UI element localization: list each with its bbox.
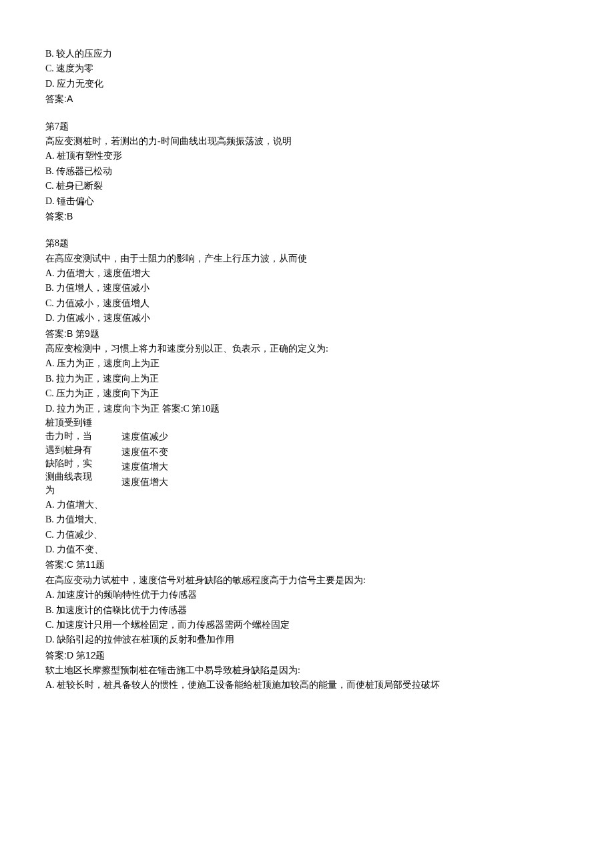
question-stem: 高应变检测中，习惯上将力和速度分别以正、负表示，正确的定义为: [45, 342, 569, 356]
stem-columns: 桩顶受到锤 击力时，当 遇到桩身有 缺陷时，实 测曲线表现 为 速度值减少 速度… [45, 416, 569, 498]
question-stem: 软土地区长摩擦型预制桩在锤击施工中易导致桩身缺陷是因为: [45, 663, 569, 678]
question-9: 高应变检测中，习惯上将力和速度分别以正、负表示，正确的定义为: A. 压力为正，… [45, 342, 569, 416]
option-c: C. 力值减少、 [45, 528, 569, 542]
answer: 答案:A [45, 91, 569, 107]
stem-column-1: 桩顶受到锤 击力时，当 遇到桩身有 缺陷时，实 测曲线表现 为 [45, 416, 121, 498]
option-a: A. 加速度计的频响特性优于力传感器 [45, 588, 569, 602]
option-b: B. 力值增大、 [45, 512, 569, 527]
answer: 答案:B [45, 209, 569, 224]
option-a: A. 力值增大，速度值增大 [45, 266, 569, 281]
question-8: 第8题 在高应变测试中，由于士阻力的影响，产生上行压力波，从而使 A. 力值增大… [45, 236, 569, 342]
option-c: C. 加速度计只用一个螺栓固定，而力传感器需两个螺栓固定 [45, 618, 569, 632]
option-b: B. 力值增人，速度值减小 [45, 281, 569, 296]
question-stem: 在高应变测试中，由于士阻力的影响，产生上行压力波，从而使 [45, 252, 569, 266]
question-10: 桩顶受到锤 击力时，当 遇到桩身有 缺陷时，实 测曲线表现 为 速度值减少 速度… [45, 416, 569, 573]
option-c: C. 速度为零 [45, 61, 569, 76]
option-c: C. 力值减小，速度值增人 [45, 296, 569, 311]
option-d: D. 锤击偏心 [45, 194, 569, 209]
option-a: A. 桩较长时，桩具备较人的惯性，使施工设备能给桩顶施加较高的能量，而使桩顶局部… [45, 678, 569, 693]
option-c: C. 桩身已断裂 [45, 179, 569, 193]
question-11: 在高应变动力试桩中，速度信号对桩身缺陷的敏感程度高于力信号主要是因为: A. 加… [45, 573, 569, 663]
option-b: B. 加速度计的信噪比优于力传感器 [45, 603, 569, 618]
option-d: D. 力值减小，速度值减小 [45, 311, 569, 326]
question-stem: 在高应变动力试桩中，速度信号对桩身缺陷的敏感程度高于力信号主要是因为: [45, 573, 569, 588]
question-7: 第7题 高应变测桩时，若测出的力-时间曲线出现高频振荡波，说明 A. 桩顶有塑性… [45, 119, 569, 225]
option-a: A. 力值增大、 [45, 498, 569, 512]
question-6-partial: B. 较人的压应力 C. 速度为零 D. 应力无变化 答案:A [45, 47, 569, 107]
option-b: B. 较人的压应力 [45, 47, 569, 61]
option-a: A. 桩顶有塑性变形 [45, 149, 569, 163]
option-b: B. 拉力为正，速度向上为正 [45, 372, 569, 386]
question-stem: 高应变测桩时，若测出的力-时间曲线出现高频振荡波，说明 [45, 134, 569, 149]
option-d: D. 力值不变、 [45, 542, 569, 557]
answer-and-next-title: 答案:C 第11题 [45, 557, 569, 572]
question-title: 第7题 [45, 119, 569, 134]
question-12-partial: 软土地区长摩擦型预制桩在锤击施工中易导致桩身缺陷是因为: A. 桩较长时，桩具备… [45, 663, 569, 693]
answer-and-next-title: 答案:B 第9题 [45, 326, 569, 342]
option-b: B. 传感器已松动 [45, 164, 569, 179]
answer-and-next-title: 答案:D 第12题 [45, 648, 569, 663]
question-title: 第8题 [45, 236, 569, 251]
option-d: D. 应力无变化 [45, 77, 569, 91]
stem-column-2: 速度值减少 速度值不变 速度值增大 速度值增大 [121, 416, 168, 490]
option-d-and-answer: D. 拉力为正，速度向卞为正 答案:C 第10题 [45, 402, 569, 416]
option-d: D. 缺陷引起的拉伸波在桩顶的反射和叠加作用 [45, 632, 569, 647]
option-c: C. 压力为正，速度向下为正 [45, 386, 569, 401]
option-a: A. 压力为正，速度向上为正 [45, 356, 569, 371]
